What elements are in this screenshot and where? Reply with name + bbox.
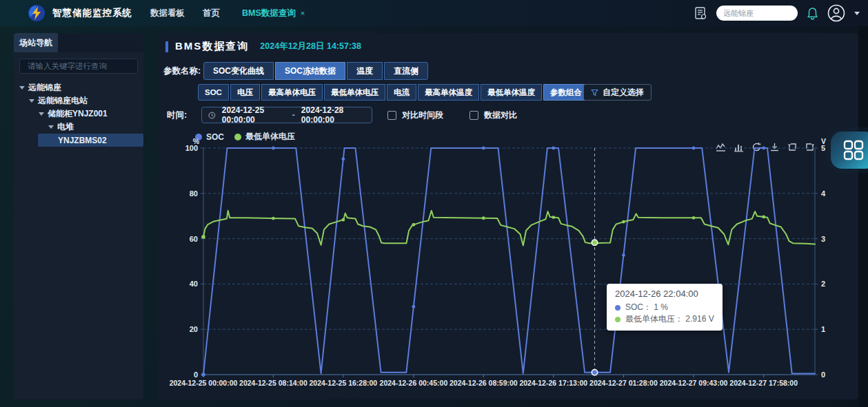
data-compare-checkbox[interactable]: 数据对比 [470, 109, 517, 121]
x-tick-label: 2024-12-26 00:45:00 [380, 379, 448, 387]
user-menu-caret-icon[interactable] [854, 12, 860, 15]
sub-parameter-tab-group: SOC电压最高单体电压最低单体电压电流最高单体温度最低单体温度参数组合 [198, 84, 589, 101]
hover-point [592, 240, 597, 245]
series-point [272, 217, 275, 220]
tree-node-plant[interactable]: 远能锦座电站 [14, 94, 143, 107]
x-tick-label: 2024-12-26 08:59:00 [450, 379, 518, 387]
y-right-tick-label: 4 [821, 189, 826, 198]
hover-point [592, 370, 597, 375]
series-point [341, 157, 345, 160]
y-left-tick-label: 0 [194, 371, 198, 379]
sub-tab-min-cell-voltage[interactable]: 最低单体电压 [324, 84, 385, 101]
y-left-tick-label: 80 [190, 189, 198, 198]
date-start-value: 2024-12-25 00:00:00 [222, 105, 286, 125]
y-left-unit-label: % [193, 137, 200, 145]
sub-tab-min-cell-temp[interactable]: 最低单体温度 [481, 84, 542, 101]
series-point [622, 253, 625, 257]
checkbox-group: 对比时间段数据对比 [387, 109, 517, 121]
param-tab-dc-side[interactable]: 直流侧 [384, 62, 428, 80]
tooltip-timestamp: 2024-12-26 22:04:00 [615, 289, 714, 299]
series-point [762, 147, 765, 150]
series-line-SOC [203, 148, 815, 375]
series-point [622, 220, 625, 224]
y-right-tick-label: 2 [821, 280, 825, 288]
x-tick-label: 2024-12-25 00:00:00 [170, 379, 238, 387]
tooltip-series-dot [615, 317, 620, 322]
y-right-tick-label: 3 [821, 235, 825, 243]
page-title-row: BMS数据查询 2024年12月28日 14:57:38 [165, 40, 361, 53]
apps-grid-icon [843, 140, 864, 160]
nav-home[interactable]: 首页 [203, 8, 220, 19]
sidebar-search[interactable] [19, 59, 138, 74]
line-chart[interactable]: 020406080100012345%V2024-12-25 00:00:002… [174, 141, 846, 397]
keyword-search-input[interactable] [28, 62, 134, 70]
sub-tab-current[interactable]: 电流 [387, 84, 416, 101]
sidebar: 场站导航 远能锦座远能锦座电站储能柜YNJZ001电堆YNJZBMS02 [14, 33, 143, 399]
x-tick-label: 2024-12-26 17:13:00 [519, 379, 587, 387]
tab-station-navigation[interactable]: 场站导航 [14, 33, 58, 52]
report-timestamp: 2024年12月28日 14:57:38 [260, 41, 361, 52]
tooltip-series-value: 最低单体电压： 2.916 V [625, 313, 714, 325]
checkbox-label: 数据对比 [484, 109, 517, 121]
y-left-tick-label: 40 [190, 280, 198, 288]
checkbox-box[interactable] [387, 111, 396, 120]
station-search[interactable] [716, 6, 798, 21]
sub-tab-max-cell-temp[interactable]: 最高单体温度 [418, 84, 479, 101]
series-point [482, 216, 485, 220]
date-range-picker[interactable]: 2024-12-25 00:00:00 - 2024-12-28 00:00:0… [201, 107, 372, 123]
sub-tab-max-cell-voltage[interactable]: 最高单体电压 [261, 84, 323, 101]
custom-select-button[interactable]: 自定义选择 [583, 84, 652, 101]
main-panel: BMS数据查询 2024年12月28日 14:57:38 参数名称: SOC变化… [157, 33, 858, 399]
y-left-tick-label: 60 [190, 235, 198, 243]
page-edge-strip [858, 26, 868, 407]
tooltip-row: 最低单体电压： 2.916 V [615, 313, 714, 325]
caret-icon [48, 125, 54, 129]
tree-node-bms-device[interactable]: YNJZBMS02 [38, 134, 143, 147]
tree-node-label: 远能锦座 [28, 82, 61, 94]
clock-icon [208, 111, 216, 120]
sub-tab-soc[interactable]: SOC [198, 84, 229, 101]
x-tick-label: 2024-12-27 17:58:00 [729, 379, 798, 387]
notification-bell-icon[interactable] [807, 7, 818, 20]
sub-parameter-row: SOC电压最高单体电压最低单体电压电流最高单体温度最低单体温度参数组合 [198, 84, 589, 101]
sub-tab-voltage[interactable]: 电压 [230, 84, 260, 101]
app-title: 智慧储能监控系统 [52, 7, 132, 19]
tooltip-series-value: SOC： 1 % [625, 302, 668, 313]
series-point [272, 147, 275, 150]
page: 智慧储能监控系统 数据看板首页 BMS数据查询 × [0, 0, 868, 407]
series-point [201, 235, 205, 239]
caret-icon [39, 112, 44, 116]
series-point [482, 147, 485, 150]
chart-tooltip: 2024-12-26 22:04:00 SOC： 1 %最低单体电压： 2.91… [607, 284, 723, 331]
param-tab-temperature[interactable]: 温度 [347, 62, 383, 80]
nav-data-dashboard[interactable]: 数据看板 [150, 8, 185, 19]
date-separator: - [292, 110, 295, 120]
close-icon[interactable]: × [301, 9, 305, 17]
sidebar-header: 场站导航 [14, 33, 143, 52]
tab-bms-data-query-label: BMS数据查询 [242, 8, 296, 19]
compare-period-checkbox[interactable]: 对比时间段 [387, 109, 443, 121]
tree-node-label: 远能锦座电站 [38, 95, 88, 107]
station-search-input[interactable] [723, 9, 791, 17]
y-right-unit-label: V [821, 137, 826, 145]
legend-item-SOC[interactable]: SOC [195, 132, 224, 142]
tab-bms-data-query[interactable]: BMS数据查询 × [242, 8, 305, 19]
custom-select-label: 自定义选择 [603, 87, 644, 98]
param-tab-soc-curve[interactable]: SOC变化曲线 [203, 62, 274, 80]
quick-nav-button[interactable] [831, 132, 868, 169]
param-tab-soc-frozen[interactable]: SOC冻结数据 [275, 62, 345, 80]
tree-node-stack[interactable]: 电堆 [14, 121, 143, 134]
tree-node-label: YNJZBMS02 [58, 136, 107, 145]
title-accent-bar [165, 41, 168, 52]
tree-node-station-root[interactable]: 远能锦座 [14, 81, 143, 94]
report-icon[interactable] [694, 6, 707, 20]
tree-node-cabinet[interactable]: 储能柜YNJZ001 [14, 107, 143, 121]
user-avatar[interactable] [827, 4, 845, 22]
topbar-actions [694, 4, 860, 22]
parameter-row: 参数名称: SOC变化曲线SOC冻结数据温度直流侧 [163, 62, 428, 80]
series-line-最低单体电压 [203, 211, 815, 246]
sub-tab-param-combo[interactable]: 参数组合 [543, 84, 589, 101]
checkbox-box[interactable] [470, 111, 478, 120]
date-end-value: 2024-12-28 00:00:00 [301, 105, 365, 125]
series-point [552, 216, 555, 219]
